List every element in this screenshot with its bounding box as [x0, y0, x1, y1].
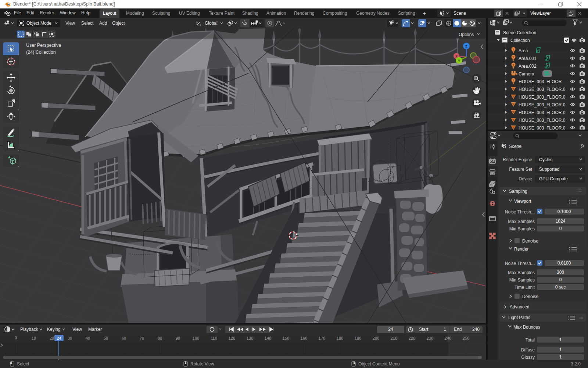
svg-text:Glossy: Glossy: [521, 355, 535, 360]
svg-text:80: 80: [158, 336, 162, 340]
svg-text:70: 70: [140, 336, 144, 340]
svg-text:Denoise: Denoise: [522, 294, 538, 299]
svg-text:Max Bounces: Max Bounces: [513, 325, 540, 330]
svg-text:Scene Collection: Scene Collection: [503, 30, 536, 35]
svg-text:View: View: [72, 327, 82, 332]
svg-text:Y: Y: [458, 59, 460, 63]
svg-text:Diffuse: Diffuse: [521, 347, 535, 353]
svg-text:250: 250: [463, 336, 469, 340]
svg-text:1: 1: [559, 337, 562, 342]
svg-text:180: 180: [337, 336, 343, 340]
svg-text:Max Samples: Max Samples: [508, 219, 535, 224]
svg-text:Supported: Supported: [539, 167, 559, 172]
svg-text:50: 50: [104, 336, 108, 340]
svg-text:1: 1: [559, 347, 562, 352]
svg-text:Device: Device: [519, 176, 532, 181]
svg-text:Select: Select: [17, 361, 29, 367]
svg-text:30: 30: [68, 336, 72, 340]
svg-text:24: 24: [388, 327, 393, 332]
svg-text:1: 1: [559, 354, 562, 360]
svg-text:150: 150: [283, 336, 289, 340]
svg-text:Camera: Camera: [519, 71, 534, 77]
svg-text:0.1000: 0.1000: [557, 209, 571, 214]
svg-text:HOUSE_003_FLOOR.0: HOUSE_003_FLOOR.0: [519, 110, 566, 115]
svg-text:Noise Thresh...: Noise Thresh...: [505, 209, 535, 215]
svg-text:60: 60: [122, 336, 126, 340]
svg-text:170: 170: [319, 336, 325, 340]
svg-text:Collection: Collection: [510, 38, 530, 43]
svg-text:Cycles: Cycles: [539, 157, 552, 162]
svg-text:140: 140: [265, 336, 271, 340]
svg-text:Options: Options: [459, 32, 474, 37]
svg-text:HOUSE_003_FLOOR.0: HOUSE_003_FLOOR.0: [519, 125, 566, 130]
svg-text:24: 24: [57, 336, 61, 340]
svg-text:GPU Compute: GPU Compute: [539, 176, 568, 181]
svg-text:Noise Thresh...: Noise Thresh...: [505, 261, 535, 266]
svg-text:0 sec: 0 sec: [555, 284, 566, 290]
svg-text:Denoise: Denoise: [522, 238, 538, 244]
svg-text:130: 130: [247, 336, 253, 340]
svg-text:Feature Set: Feature Set: [509, 167, 532, 172]
svg-text:240: 240: [445, 336, 451, 340]
svg-text:Min Samples: Min Samples: [509, 226, 535, 231]
svg-text:110: 110: [211, 336, 217, 340]
svg-text:Z: Z: [465, 44, 467, 48]
svg-text:Marker: Marker: [88, 327, 102, 332]
svg-text:Viewport: Viewport: [514, 199, 531, 204]
svg-text:0: 0: [15, 336, 17, 340]
svg-text:HOUSE_003_FLOOR.0: HOUSE_003_FLOOR.0: [519, 118, 566, 123]
svg-text:40: 40: [86, 336, 90, 340]
svg-text:230: 230: [427, 336, 433, 340]
svg-text:Scene: Scene: [509, 144, 521, 149]
svg-text:Area.002: Area.002: [519, 64, 537, 69]
svg-text:20: 20: [50, 336, 54, 340]
svg-text:200: 200: [373, 336, 379, 340]
svg-text:210: 210: [391, 336, 397, 340]
svg-text:120: 120: [229, 336, 235, 340]
svg-text:0: 0: [559, 226, 562, 231]
svg-text:Render: Render: [514, 247, 528, 252]
svg-text:Render Engine: Render Engine: [503, 157, 532, 162]
svg-text:3.2.0: 3.2.0: [571, 361, 581, 367]
svg-text:160: 160: [301, 336, 307, 340]
svg-text:1: 1: [444, 327, 446, 332]
svg-text:Object Context Menu: Object Context Menu: [358, 361, 400, 367]
svg-text:Advanced: Advanced: [510, 304, 529, 309]
svg-text:Total: Total: [526, 337, 535, 343]
svg-text:Keying: Keying: [47, 327, 61, 332]
svg-text:Max Samples: Max Samples: [508, 270, 535, 275]
svg-text:240: 240: [472, 327, 480, 332]
svg-text:1024: 1024: [556, 219, 566, 224]
svg-text:100: 100: [193, 336, 199, 340]
svg-text:HOUSE_003_FLOOR.0: HOUSE_003_FLOOR.0: [519, 95, 566, 100]
svg-text:90: 90: [176, 336, 180, 340]
svg-text:300: 300: [557, 270, 564, 275]
svg-text:Min Samples: Min Samples: [509, 277, 535, 283]
svg-text:(24) Collection: (24) Collection: [26, 50, 56, 55]
svg-text:190: 190: [355, 336, 361, 340]
svg-text:Start: Start: [419, 327, 429, 332]
svg-text:HOUSE_003_FLOOR.0: HOUSE_003_FLOOR.0: [519, 102, 566, 107]
svg-text:Playback: Playback: [20, 327, 39, 332]
svg-text:HOUSE_003_FLOOR.0: HOUSE_003_FLOOR.0: [519, 87, 566, 92]
svg-text:Light Paths: Light Paths: [508, 315, 530, 320]
svg-text:Rotate View: Rotate View: [190, 361, 214, 367]
svg-text:Area: Area: [519, 48, 528, 53]
svg-text:End: End: [454, 327, 462, 332]
svg-text:220: 220: [409, 336, 415, 340]
svg-text:0: 0: [559, 277, 562, 282]
svg-text:Time Limit: Time Limit: [514, 285, 535, 290]
svg-text:HOUSE_003_FLOOR: HOUSE_003_FLOOR: [519, 79, 562, 84]
svg-text:0.0100: 0.0100: [557, 261, 571, 266]
svg-text:Sampling: Sampling: [509, 189, 527, 194]
svg-text:10: 10: [32, 336, 36, 340]
svg-text:User Perspective: User Perspective: [26, 43, 61, 48]
svg-text:Area.001: Area.001: [519, 56, 537, 61]
